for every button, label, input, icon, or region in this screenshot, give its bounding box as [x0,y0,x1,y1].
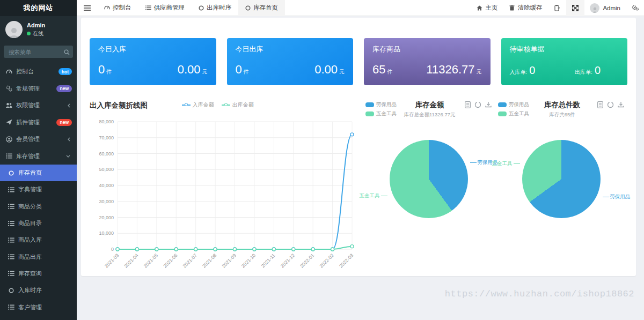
sidebar-item-dictionary[interactable]: 字典管理 [0,181,77,198]
svg-text:80,000: 80,000 [99,119,114,124]
stock-amount: 11326.77 [426,63,474,76]
sidebar-item-members[interactable]: 会员管理 [0,131,77,148]
svg-text:2022-01: 2022-01 [299,252,315,269]
legend-inbound-amount[interactable]: 入库金额 [182,101,214,109]
today-outbound-amount: 0.00 [314,63,338,76]
pie-count-chart[interactable] [522,140,601,218]
svg-text:2021-12: 2021-12 [280,252,296,269]
home-link[interactable]: 主页 [471,0,503,16]
tab-inventory-home[interactable]: 库存首页 [238,0,285,16]
data-view-icon[interactable] [597,101,603,108]
circle-icon [199,5,204,11]
tab-outbound-timeline[interactable]: 出库时序 [192,0,238,16]
sidebar-item-inventory-query[interactable]: 库存查询 [0,265,77,282]
dashboard-icon [5,69,12,75]
user-name: Admin [27,22,45,28]
clear-cache-link[interactable]: 清除缓存 [503,0,548,16]
chevron-left-icon [68,137,70,142]
search-icon[interactable] [62,48,71,56]
sidebar-item-suppliers[interactable]: 供应商管理 [0,316,77,320]
pie-amount-panel: 劳保用品 五金工具 库存金额 库存总金额11326.77元 劳保用品 五金工具 [362,100,495,279]
user-panel: Admin 在线 [0,16,77,42]
tab-suppliers[interactable]: 供应商管理 [138,0,192,16]
sidebar-item-plugins[interactable]: 插件管理 new [0,114,77,131]
svg-text:20,000: 20,000 [99,215,114,220]
refresh-icon[interactable] [607,101,614,108]
sidebar-item-customers[interactable]: 客户管理 [0,299,77,315]
main-panel: 今日入库 0件 0.00元 今日出库 0件 0.00元 库存商品 65件 113… [81,18,636,276]
user-menu[interactable]: Admin [584,3,626,13]
paper-plane-icon [5,119,12,125]
home-icon [477,5,482,11]
legend-outbound-amount[interactable]: 出库金额 [222,101,254,109]
refresh-icon[interactable] [474,101,481,108]
pie-count-subtitle: 库存共65件 [531,111,593,118]
pie-amount-chart[interactable] [390,140,468,218]
pie-amount-legend: 劳保用品 五金工具 [365,101,399,117]
hamburger-icon[interactable] [77,0,97,16]
cogs-icon [5,85,12,92]
circle-icon [245,5,251,11]
svg-text:50,000: 50,000 [99,167,114,172]
download-icon[interactable] [618,101,624,108]
fullscreen-icon[interactable] [566,0,584,16]
tab-console[interactable]: 控制台 [97,0,138,16]
list-icon [8,237,14,243]
new-badge: new [56,119,72,126]
download-icon[interactable] [485,101,492,108]
data-view-icon[interactable] [465,101,471,108]
list-icon [8,221,14,226]
card-today-inbound: 今日入库 0件 0.00元 [90,38,216,85]
users-icon [5,102,12,108]
list-icon [8,204,14,209]
pie-label-hardware-tools: 五金工具 [492,160,520,167]
user-status-label: 在线 [33,30,43,38]
legend-labor-goods[interactable]: 劳保用品 [498,101,531,108]
sidebar-item-inbound-timeline[interactable]: 入库时序 [0,282,77,299]
list-icon [145,5,151,10]
sidebar-item-permissions[interactable]: 权限管理 [0,97,77,114]
pie-label-labor-goods: 劳保用品 [603,194,631,200]
svg-text:2021-10: 2021-10 [240,252,257,269]
top-navbar: 控制台 供应商管理 出库时序 库存首页 主页 清除缓存 [77,0,644,16]
today-inbound-count: 0 [98,63,105,76]
user-avatar [5,21,23,38]
sidebar-item-inventory[interactable]: 库存管理 [0,148,77,165]
pie-amount-title: 库存金额 [399,100,460,110]
list-icon [8,187,14,192]
today-inbound-amount: 0.00 [178,63,201,76]
sidebar-item-console[interactable]: 控制台 hot [0,63,77,80]
sidebar-item-general[interactable]: 常规管理 new [0,80,77,98]
app-logo: 我的网站 [0,0,77,16]
online-dot [27,32,31,35]
legend-labor-goods[interactable]: 劳保用品 [365,101,399,108]
pending-outbound-value: 0 [595,64,601,76]
svg-text:10,000: 10,000 [99,230,114,236]
card-today-outbound: 今日出库 0件 0.00元 [227,38,354,85]
circle-icon [8,170,14,176]
paste-icon[interactable] [548,0,566,16]
svg-text:2021-04: 2021-04 [123,252,139,269]
circle-icon [8,288,14,293]
svg-text:2021-06: 2021-06 [162,252,178,269]
pie-count-panel: 劳保用品 五金工具 库存总件数 库存共65件 五金工具 劳保用品 [495,100,627,279]
sidebar-item-goods-catalog[interactable]: 商品目录 [0,215,77,232]
list-icon [5,153,12,159]
svg-text:2022-02: 2022-02 [319,252,335,269]
card-stock-goods: 库存商品 65件 11326.77元 [364,38,491,85]
svg-text:40,000: 40,000 [99,183,114,188]
list-icon [8,254,14,259]
stock-count: 65 [372,63,385,76]
user-circle-icon [5,136,12,143]
dashboard-icon [104,5,110,11]
stat-cards: 今日入库 0件 0.00元 今日出库 0件 0.00元 库存商品 65件 113… [90,38,627,85]
line-chart-legend: 入库金额 出库金额 [182,101,254,109]
sidebar-item-inventory-home[interactable]: 库存首页 [0,165,77,181]
settings-gear-icon[interactable] [626,0,644,16]
svg-text:70,000: 70,000 [99,135,114,140]
sidebar-item-goods-inbound[interactable]: 商品入库 [0,232,77,248]
legend-hardware-tools[interactable]: 五金工具 [498,110,531,117]
sidebar-item-goods-category[interactable]: 商品分类 [0,198,77,215]
legend-hardware-tools[interactable]: 五金工具 [365,110,399,117]
sidebar-item-goods-outbound[interactable]: 商品出库 [0,248,77,265]
